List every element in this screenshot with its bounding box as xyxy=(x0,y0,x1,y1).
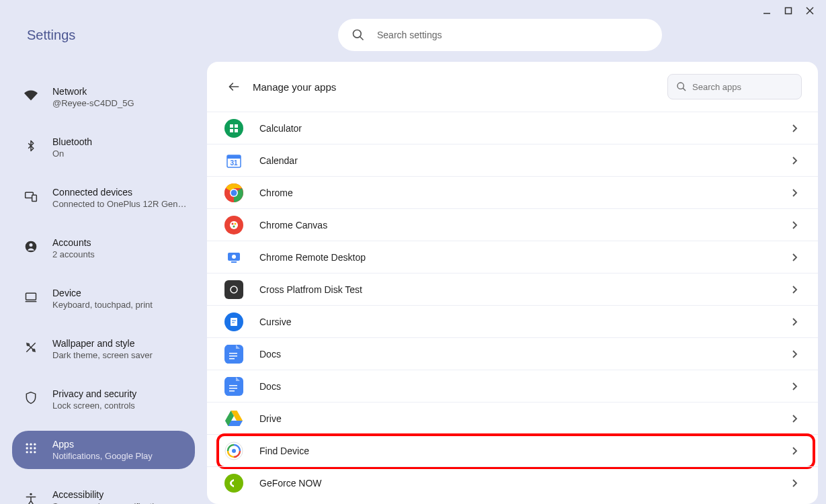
sidebar-item-device[interactable]: DeviceKeyboard, touchpad, print xyxy=(12,280,195,318)
minimize-icon xyxy=(762,6,772,15)
cursive-app-icon xyxy=(224,312,243,331)
panel-head: Manage your apps xyxy=(207,74,818,112)
sidebar-item-apps[interactable]: AppsNotifications, Google Play xyxy=(12,431,195,469)
svg-rect-46 xyxy=(229,353,237,354)
svg-rect-49 xyxy=(229,385,237,386)
sidebar: Network@Reyee-sC4DD_5GBluetoothOnConnect… xyxy=(0,62,207,504)
arrow-left-icon xyxy=(227,80,241,93)
sidebar-item-sub: Screen reader, magnification xyxy=(52,501,163,504)
privacy-icon xyxy=(23,390,39,406)
calendar-app-icon: 31 xyxy=(224,151,243,170)
window-controls xyxy=(756,0,826,22)
chevron-right-icon xyxy=(792,382,798,390)
app-row-cross-platfrom-disk-test[interactable]: Cross Platfrom Disk Test xyxy=(207,273,818,305)
app-row-chrome-remote-desktop[interactable]: Chrome Remote Desktop xyxy=(207,241,818,273)
app-name-label: Chrome xyxy=(259,187,792,198)
disk-app-icon xyxy=(224,280,243,299)
maximize-icon xyxy=(784,7,792,15)
wallpaper-icon xyxy=(23,339,39,355)
app-row-drive[interactable]: Drive xyxy=(207,402,818,434)
back-button[interactable] xyxy=(223,76,245,97)
chevron-right-icon xyxy=(792,157,798,165)
svg-rect-50 xyxy=(229,388,237,389)
app-name-label: Docs xyxy=(259,349,792,360)
page-title: Manage your apps xyxy=(253,81,336,93)
svg-point-14 xyxy=(26,444,28,446)
search-apps[interactable] xyxy=(667,74,802,99)
svg-rect-45 xyxy=(231,318,237,326)
calculator-app-icon xyxy=(224,119,243,138)
app-row-docs[interactable]: Docs xyxy=(207,337,818,370)
app-name-label: GeForce NOW xyxy=(259,478,792,489)
app-row-docs[interactable]: Docs xyxy=(207,370,818,402)
svg-rect-29 xyxy=(235,129,238,132)
minimize-button[interactable] xyxy=(756,0,778,22)
sidebar-item-connected[interactable]: Connected devicesConnected to OnePlus 12… xyxy=(12,179,195,217)
app-name-label: Chrome Canvas xyxy=(259,220,792,230)
sidebar-item-label: Network xyxy=(52,86,134,97)
svg-point-37 xyxy=(232,222,234,224)
svg-rect-31 xyxy=(227,155,241,159)
app-row-chrome[interactable]: Chrome xyxy=(207,176,818,208)
app-name-label: Calculator xyxy=(259,123,792,134)
sidebar-item-bluetooth[interactable]: BluetoothOn xyxy=(12,128,195,167)
chevron-right-icon xyxy=(792,447,798,455)
svg-point-23 xyxy=(30,493,32,495)
svg-point-19 xyxy=(34,447,36,449)
sidebar-item-sub: On xyxy=(52,149,92,159)
svg-line-25 xyxy=(683,88,686,91)
svg-point-9 xyxy=(30,243,33,247)
search-settings-input[interactable] xyxy=(377,30,649,40)
sidebar-item-sub: Dark theme, screen saver xyxy=(52,350,153,360)
sidebar-item-accessibility[interactable]: AccessibilityScreen reader, magnificatio… xyxy=(12,481,195,504)
sidebar-item-network[interactable]: Network@Reyee-sC4DD_5G xyxy=(12,78,195,116)
app-row-calendar[interactable]: 31Calendar xyxy=(207,144,818,176)
svg-point-22 xyxy=(34,451,36,453)
sidebar-item-label: Bluetooth xyxy=(52,136,92,147)
panel: Manage your apps Calculator31CalendarChr… xyxy=(207,62,818,504)
svg-point-15 xyxy=(30,444,32,446)
search-settings[interactable] xyxy=(338,19,662,51)
svg-point-38 xyxy=(235,222,237,224)
app-row-find-device[interactable]: Find Device xyxy=(207,434,818,466)
header: Settings xyxy=(0,0,826,62)
geforce-app-icon xyxy=(224,474,243,493)
sidebar-item-privacy[interactable]: Privacy and securityLock screen, control… xyxy=(12,380,195,419)
app-row-cursive[interactable]: Cursive xyxy=(207,305,818,337)
app-name-label: Calendar xyxy=(259,155,792,166)
app-title: Settings xyxy=(27,28,75,43)
close-button[interactable] xyxy=(799,0,821,22)
app-name-label: Chrome Remote Desktop xyxy=(259,252,792,263)
svg-point-18 xyxy=(30,447,32,449)
svg-rect-28 xyxy=(230,129,233,132)
app-row-calculator[interactable]: Calculator xyxy=(207,112,818,144)
app-name-label: Cross Platfrom Disk Test xyxy=(259,284,792,295)
app-name-label: Cursive xyxy=(259,317,792,327)
canvas-app-icon xyxy=(224,216,243,235)
drive-app-icon xyxy=(224,409,243,428)
svg-point-36 xyxy=(230,221,238,229)
sidebar-item-wallpaper[interactable]: Wallpaper and styleDark theme, screen sa… xyxy=(12,330,195,368)
chevron-right-icon xyxy=(792,318,798,326)
sidebar-item-label: Accessibility xyxy=(52,489,163,500)
remote-app-icon xyxy=(224,248,243,267)
chevron-right-icon xyxy=(792,415,798,423)
accessibility-icon xyxy=(23,491,39,504)
svg-point-39 xyxy=(233,225,235,227)
bluetooth-icon xyxy=(23,138,39,154)
sidebar-item-accounts[interactable]: Accounts2 accounts xyxy=(12,229,195,267)
chevron-right-icon xyxy=(792,479,798,487)
app-row-chrome-canvas[interactable]: Chrome Canvas xyxy=(207,208,818,241)
network-icon xyxy=(23,87,39,103)
chevron-right-icon xyxy=(792,221,798,229)
svg-point-24 xyxy=(677,83,684,89)
svg-rect-47 xyxy=(229,355,237,357)
app-row-geforce-now[interactable]: GeForce NOW xyxy=(207,466,818,499)
sidebar-item-label: Apps xyxy=(52,439,153,450)
svg-rect-51 xyxy=(229,390,235,392)
accounts-icon xyxy=(23,239,39,255)
search-apps-input[interactable] xyxy=(692,82,793,92)
maximize-button[interactable] xyxy=(778,0,799,22)
sidebar-item-label: Accounts xyxy=(52,237,95,248)
chevron-right-icon xyxy=(792,350,798,358)
